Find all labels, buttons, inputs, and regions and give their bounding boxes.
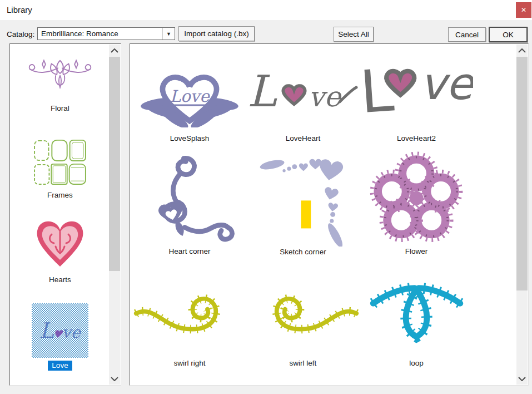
design-item-heart-corner[interactable]: Heart corner	[133, 151, 246, 257]
frames-thumbnail	[32, 137, 88, 185]
love-thumbnail-selected: L♥ve	[32, 303, 88, 358]
scroll-down-button[interactable]	[109, 372, 120, 385]
category-item-love[interactable]: L♥ve Love	[11, 303, 109, 371]
swirl-left-thumbnail	[246, 281, 360, 343]
chevron-down-icon	[518, 376, 526, 381]
design-item-lovesplash[interactable]: Love LoveSplash	[133, 51, 246, 144]
close-icon: ✕	[521, 6, 526, 14]
loop-thumbnail	[368, 273, 465, 347]
scroll-up-button[interactable]	[516, 45, 528, 57]
lovesplash-thumbnail: Love	[134, 54, 245, 127]
love-script-art: L♥ve	[39, 318, 81, 343]
scroll-up-button[interactable]	[109, 45, 120, 57]
category-item-floral[interactable]: Floral	[11, 56, 109, 112]
love-script-l: L	[39, 318, 53, 343]
design-item-swirl-left[interactable]: swirl left	[246, 265, 360, 369]
design-item-loop[interactable]: loop	[360, 265, 473, 369]
design-label: Heart corner	[168, 247, 210, 257]
catalog-dropdown[interactable]: Embrilliance: Romance ▼	[37, 27, 175, 40]
design-label: swirl right	[173, 359, 205, 369]
sketch-corner-thumbnail	[253, 151, 353, 247]
yellow-marker	[301, 200, 311, 228]
category-list-panel: Floral Frames	[9, 43, 121, 386]
flower-thumbnail	[369, 151, 464, 244]
design-grid-panel: Love LoveSplash L ve LoveHeart L ve Love…	[130, 43, 529, 386]
select-all-button[interactable]: Select All	[334, 27, 374, 42]
close-button[interactable]: ✕	[516, 2, 531, 18]
design-item-flower[interactable]: Flower	[360, 151, 473, 257]
category-label-selected: Love	[48, 361, 72, 371]
category-label: Floral	[51, 104, 69, 112]
loveheart2-ve: ve	[420, 58, 473, 110]
category-item-frames[interactable]: Frames	[11, 137, 109, 199]
loveheart-l: L	[247, 66, 277, 116]
love-script-ve: ve	[62, 323, 81, 342]
scrollbar-thumb[interactable]	[516, 57, 528, 290]
category-item-hearts[interactable]: Hearts	[11, 215, 109, 284]
design-label: LoveHeart2	[397, 134, 436, 144]
title-bar: Library ✕	[0, 0, 532, 20]
page-title: Library	[7, 5, 32, 14]
design-item-loveheart[interactable]: L ve LoveHeart	[246, 51, 360, 144]
loveheart2-thumbnail: L ve	[360, 51, 473, 125]
library-dialog: Library ✕ Catalog: Embrilliance: Romance…	[0, 0, 532, 394]
import-catalog-button[interactable]: Import catalog (.bx)	[178, 26, 255, 41]
design-label: loop	[409, 359, 424, 369]
design-item-loveheart2[interactable]: L ve LoveHeart2	[360, 51, 473, 144]
swirl-right-thumbnail	[133, 281, 246, 343]
ok-button[interactable]: OK	[489, 27, 528, 42]
heart-icon: ♥	[53, 328, 62, 340]
design-label: Flower	[405, 247, 428, 257]
design-label: swirl left	[290, 359, 317, 369]
heart-corner-thumbnail	[142, 151, 237, 243]
catalog-dropdown-value: Embrilliance: Romance	[38, 29, 162, 38]
design-label: LoveSplash	[170, 134, 210, 144]
category-label: Hearts	[49, 275, 71, 284]
cancel-button[interactable]: Cancel	[448, 27, 486, 42]
hearts-thumbnail	[35, 215, 85, 269]
lovesplash-text: Love	[170, 87, 210, 106]
main-scrollbar[interactable]	[516, 45, 528, 385]
design-label: Sketch corner	[280, 248, 326, 257]
design-item-swirl-right[interactable]: swirl right	[133, 265, 246, 369]
dropdown-arrow-icon[interactable]: ▼	[162, 28, 175, 40]
loveheart-ve: ve	[309, 81, 342, 113]
design-item-sketch-corner[interactable]: Sketch corner	[246, 151, 360, 257]
chevron-up-icon	[111, 48, 118, 53]
scroll-down-button[interactable]	[516, 372, 528, 385]
scrollbar-thumb[interactable]	[109, 57, 120, 271]
loveheart-thumbnail: L ve	[246, 62, 360, 117]
category-label: Frames	[47, 191, 73, 199]
sidebar-scrollbar[interactable]	[109, 45, 120, 385]
design-label: LoveHeart	[286, 134, 320, 144]
catalog-label: Catalog:	[7, 30, 34, 38]
chevron-down-icon	[111, 376, 118, 381]
floral-thumbnail	[27, 56, 93, 91]
chevron-up-icon	[518, 48, 526, 53]
